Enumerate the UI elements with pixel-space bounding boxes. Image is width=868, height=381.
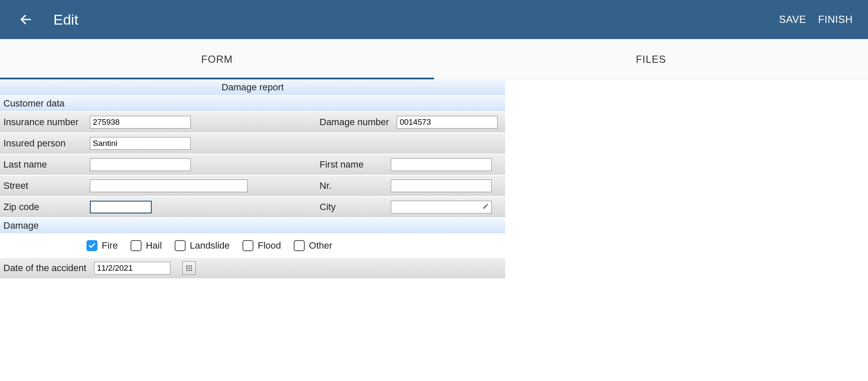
row-insurance: Insurance number Damage number bbox=[0, 112, 505, 132]
appbar-actions: SAVE FINISH bbox=[779, 14, 853, 25]
tab-form-label: FORM bbox=[201, 53, 233, 65]
check-hail-label: Hail bbox=[146, 240, 162, 251]
save-button[interactable]: SAVE bbox=[779, 14, 806, 25]
check-hail[interactable]: Hail bbox=[131, 240, 162, 251]
tab-files[interactable]: FILES bbox=[434, 39, 868, 79]
label-last-name: Last name bbox=[3, 159, 82, 170]
tab-bar: FORM FILES bbox=[0, 39, 868, 80]
check-flood-label: Flood bbox=[258, 240, 281, 251]
input-insured-person[interactable] bbox=[90, 137, 191, 150]
input-first-name[interactable] bbox=[391, 158, 492, 171]
label-street: Street bbox=[3, 180, 82, 191]
check-fire[interactable]: Fire bbox=[86, 240, 118, 251]
report-title: Damage report bbox=[222, 82, 284, 93]
report-title-band: Damage report bbox=[0, 80, 505, 95]
row-insured-person: Insured person bbox=[0, 133, 505, 154]
svg-rect-7 bbox=[186, 270, 187, 271]
finish-button[interactable]: FINISH bbox=[818, 14, 853, 25]
svg-rect-6 bbox=[190, 268, 192, 269]
calendar-grid-icon bbox=[185, 264, 193, 272]
svg-rect-1 bbox=[186, 265, 187, 266]
input-damage-number[interactable] bbox=[397, 116, 498, 129]
checkbox-icon bbox=[175, 240, 186, 251]
check-fire-label: Fire bbox=[102, 240, 118, 251]
input-nr[interactable] bbox=[391, 179, 492, 192]
input-insurance-number[interactable] bbox=[90, 116, 191, 129]
svg-rect-9 bbox=[190, 270, 192, 271]
form-panel: Damage report Customer data Insurance nu… bbox=[0, 80, 505, 278]
customer-section-label: Customer data bbox=[3, 98, 64, 109]
input-last-name[interactable] bbox=[90, 158, 191, 171]
row-accident-date: Date of the accident bbox=[0, 258, 505, 278]
input-accident-date[interactable] bbox=[94, 262, 170, 275]
checkbox-icon bbox=[242, 240, 253, 251]
check-flood[interactable]: Flood bbox=[242, 240, 281, 251]
svg-rect-8 bbox=[188, 270, 189, 271]
label-accident-date: Date of the accident bbox=[3, 263, 86, 274]
checkbox-icon bbox=[294, 240, 305, 251]
tab-files-label: FILES bbox=[636, 53, 666, 65]
label-nr: Nr. bbox=[320, 180, 383, 191]
row-names: Last name First name bbox=[0, 154, 505, 175]
svg-rect-5 bbox=[188, 268, 189, 269]
label-zip: Zip code bbox=[3, 202, 82, 213]
app-bar: Edit SAVE FINISH bbox=[0, 0, 868, 39]
check-other[interactable]: Other bbox=[294, 240, 332, 251]
label-damage-number: Damage number bbox=[320, 117, 389, 128]
checkbox-icon bbox=[131, 240, 142, 251]
tab-form[interactable]: FORM bbox=[0, 39, 434, 79]
date-picker-button[interactable] bbox=[182, 261, 196, 275]
damage-section-heading: Damage bbox=[0, 218, 505, 233]
page-title: Edit bbox=[53, 11, 779, 28]
check-landslide[interactable]: Landslide bbox=[175, 240, 230, 251]
input-city[interactable] bbox=[391, 201, 492, 213]
svg-rect-2 bbox=[188, 265, 189, 266]
input-zip[interactable] bbox=[90, 201, 152, 213]
back-button[interactable] bbox=[19, 12, 33, 27]
arrow-left-icon bbox=[19, 13, 33, 26]
checkbox-icon bbox=[86, 240, 97, 251]
label-insurance-number: Insurance number bbox=[3, 117, 82, 128]
input-street[interactable] bbox=[90, 179, 248, 192]
check-other-label: Other bbox=[309, 240, 332, 251]
label-city: City bbox=[320, 202, 383, 213]
check-landslide-label: Landslide bbox=[190, 240, 230, 251]
svg-rect-3 bbox=[190, 265, 192, 266]
label-insured-person: Insured person bbox=[3, 138, 82, 149]
svg-rect-4 bbox=[186, 268, 187, 269]
row-zip-city: Zip code City bbox=[0, 197, 505, 217]
label-first-name: First name bbox=[320, 159, 383, 170]
damage-section-label: Damage bbox=[3, 220, 39, 231]
customer-section-heading: Customer data bbox=[0, 96, 505, 111]
row-street: Street Nr. bbox=[0, 176, 505, 196]
damage-type-row: Fire Hail Landslide Flood Other bbox=[0, 234, 505, 257]
